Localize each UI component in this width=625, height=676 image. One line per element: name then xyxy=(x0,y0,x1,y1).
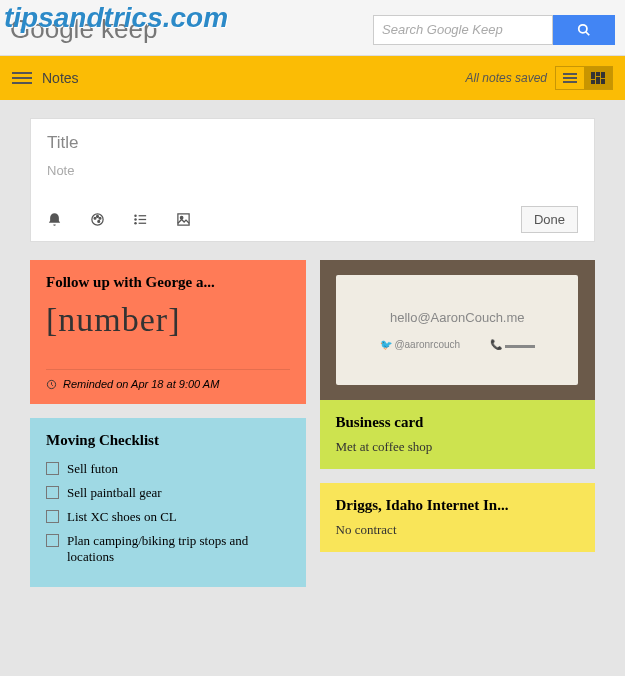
list-view-icon xyxy=(563,73,577,83)
svg-rect-8 xyxy=(591,80,595,84)
svg-point-13 xyxy=(97,215,99,217)
svg-rect-22 xyxy=(178,214,189,225)
menu-icon[interactable] xyxy=(12,69,32,87)
checklist-item[interactable]: Plan camping/biking trip stops and locat… xyxy=(46,533,290,565)
note-driggs[interactable]: Driggs, Idaho Internet In... No contract xyxy=(320,483,596,552)
checkbox-icon[interactable] xyxy=(46,510,59,523)
note-title: Follow up with George a... xyxy=(46,274,290,291)
svg-point-23 xyxy=(180,216,183,219)
svg-point-18 xyxy=(134,218,137,221)
svg-rect-6 xyxy=(596,72,600,76)
reminder-icon[interactable] xyxy=(47,212,62,227)
note-body: No contract xyxy=(336,522,580,538)
grid-view-button[interactable] xyxy=(584,67,612,89)
note-body: [number] xyxy=(46,301,290,339)
note-body: Met at coffee shop xyxy=(336,439,580,455)
note-moving[interactable]: Moving Checklist Sell futon Sell paintba… xyxy=(30,418,306,587)
note-title: Business card xyxy=(336,414,580,431)
svg-rect-3 xyxy=(563,77,577,79)
section-title: Notes xyxy=(42,70,79,86)
notes-grid: Follow up with George a... [number] Remi… xyxy=(0,260,625,587)
svg-rect-17 xyxy=(139,215,147,216)
note-image: hello@AaronCouch.me 🐦 @aaronrcouch 📞 ▬▬▬ xyxy=(320,260,596,400)
svg-point-15 xyxy=(98,220,100,222)
checkbox-icon[interactable] xyxy=(46,462,59,475)
composer-body-input[interactable]: Note xyxy=(47,163,578,178)
checklist-item[interactable]: List XC shoes on CL xyxy=(46,509,290,525)
done-button[interactable]: Done xyxy=(521,206,578,233)
note-composer: Title Note Done xyxy=(30,118,595,242)
phone-icon: 📞 ▬▬▬ xyxy=(490,339,535,350)
checklist-item[interactable]: Sell futon xyxy=(46,461,290,477)
list-icon[interactable] xyxy=(133,212,148,227)
card-email: hello@AaronCouch.me xyxy=(390,310,525,325)
svg-point-14 xyxy=(99,217,101,219)
checklist-item[interactable]: Sell paintball gear xyxy=(46,485,290,501)
list-view-button[interactable] xyxy=(556,67,584,89)
twitter-handle: 🐦 @aaronrcouch xyxy=(380,339,461,350)
search-button[interactable] xyxy=(553,15,615,45)
checkbox-icon[interactable] xyxy=(46,486,59,499)
svg-rect-2 xyxy=(563,73,577,75)
clock-icon xyxy=(46,379,57,390)
svg-rect-9 xyxy=(596,77,600,84)
composer-title-input[interactable]: Title xyxy=(47,133,578,153)
search-input[interactable] xyxy=(373,15,553,45)
svg-rect-19 xyxy=(139,219,147,220)
save-status: All notes saved xyxy=(466,71,547,85)
note-followup[interactable]: Follow up with George a... [number] Remi… xyxy=(30,260,306,404)
svg-rect-4 xyxy=(563,81,577,83)
svg-point-12 xyxy=(94,217,96,219)
svg-point-20 xyxy=(134,222,137,225)
svg-rect-5 xyxy=(591,72,595,79)
search-icon xyxy=(577,23,591,37)
grid-view-icon xyxy=(591,72,605,84)
svg-point-16 xyxy=(134,215,137,218)
checkbox-icon[interactable] xyxy=(46,534,59,547)
note-title: Moving Checklist xyxy=(46,432,290,449)
image-icon[interactable] xyxy=(176,212,191,227)
view-toggle xyxy=(555,66,613,90)
toolbar: Notes All notes saved xyxy=(0,56,625,100)
note-business-card[interactable]: hello@AaronCouch.me 🐦 @aaronrcouch 📞 ▬▬▬… xyxy=(320,260,596,469)
search-container xyxy=(373,15,615,45)
svg-line-1 xyxy=(586,31,590,35)
note-title: Driggs, Idaho Internet In... xyxy=(336,497,580,514)
color-icon[interactable] xyxy=(90,212,105,227)
svg-rect-21 xyxy=(139,223,147,224)
svg-rect-10 xyxy=(601,79,605,84)
note-reminder: Reminded on Apr 18 at 9:00 AM xyxy=(46,369,290,390)
svg-rect-7 xyxy=(601,72,605,78)
svg-point-0 xyxy=(579,24,587,32)
watermark-overlay: tipsandtrics.com xyxy=(4,2,228,34)
